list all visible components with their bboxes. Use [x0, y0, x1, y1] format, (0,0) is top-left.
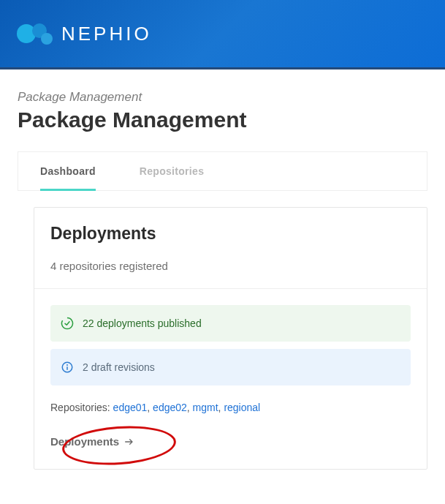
repo-link-edge02[interactable]: edge02 [153, 402, 187, 413]
repositories-line: Repositories: edge01, edge02, mgmt, regi… [50, 402, 411, 413]
card-subtitle: 4 repositories registered [50, 260, 411, 272]
svg-point-2 [41, 33, 53, 45]
tab-repositories[interactable]: Repositories [118, 152, 226, 190]
svg-point-4 [66, 364, 68, 366]
svg-rect-5 [66, 366, 68, 370]
page-title: Package Management [18, 108, 427, 132]
status-published-row: 22 deployments published [50, 305, 411, 342]
main-content: Package Management Package Management Da… [0, 69, 445, 470]
tab-label: Dashboard [40, 165, 96, 177]
repo-link-regional[interactable]: regional [224, 402, 260, 413]
deployments-card: Deployments 4 repositories registered 22… [34, 207, 427, 470]
status-drafts-text: 2 draft revisions [83, 361, 155, 373]
arrow-right-icon [123, 436, 135, 448]
repo-label: Repositories: [50, 402, 113, 413]
nephio-logo-icon [16, 19, 57, 48]
brand-logo[interactable]: NEPHIO [16, 19, 152, 48]
repo-link-mgmt[interactable]: mgmt [193, 402, 218, 413]
action-label: Deployments [50, 435, 119, 448]
tab-label: Repositories [140, 165, 204, 177]
brand-name: NEPHIO [61, 23, 152, 45]
check-circle-icon [61, 317, 74, 330]
divider [34, 288, 427, 289]
breadcrumb[interactable]: Package Management [18, 90, 427, 105]
tab-dashboard[interactable]: Dashboard [18, 152, 118, 190]
tabs-bar: Dashboard Repositories [18, 151, 427, 191]
repo-link-edge01[interactable]: edge01 [113, 402, 148, 413]
info-circle-icon [61, 361, 74, 374]
status-drafts-row: 2 draft revisions [50, 349, 411, 385]
card-title: Deployments [50, 224, 411, 244]
app-header: NEPHIO [0, 0, 445, 69]
status-published-text: 22 deployments published [83, 317, 202, 329]
deployments-link[interactable]: Deployments [50, 435, 135, 448]
